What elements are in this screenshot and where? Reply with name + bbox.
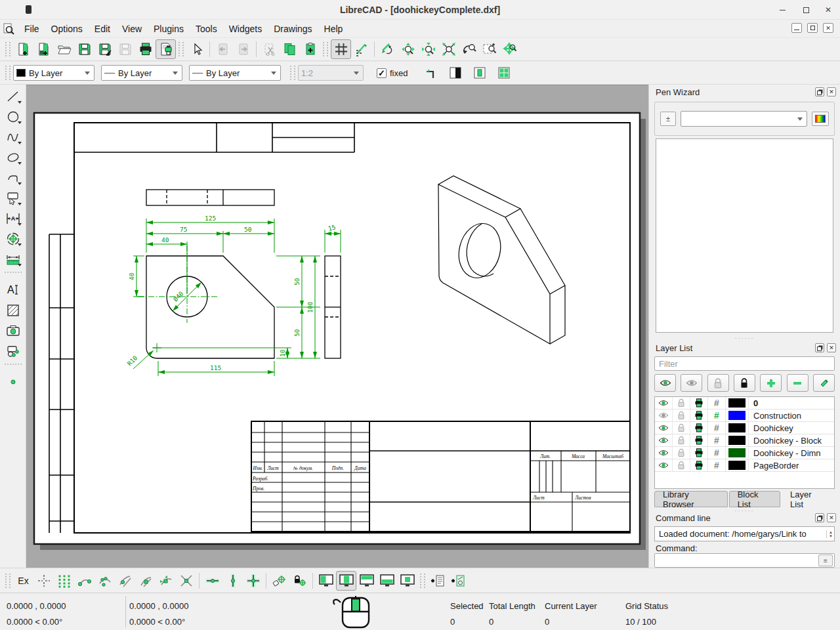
edit-layer-button[interactable] (813, 374, 835, 392)
show-all-layers-button[interactable] (654, 374, 676, 392)
window-close-button[interactable]: ✕ (823, 5, 833, 15)
zoom-in-button[interactable] (398, 39, 418, 59)
command-input[interactable] (655, 554, 818, 567)
layer-lock-toggle[interactable] (673, 447, 690, 459)
select-tool-button[interactable] (3, 188, 24, 208)
copy-button[interactable] (280, 39, 300, 59)
redo-button[interactable] (233, 39, 253, 59)
toolbar-drag-handle[interactable] (5, 574, 10, 588)
snap-center-button[interactable] (115, 571, 135, 591)
layer-construction-toggle[interactable]: # (708, 434, 726, 446)
cut-button[interactable] (259, 39, 280, 59)
toolbar-drag-handle[interactable] (178, 42, 184, 56)
draft-mode-button[interactable] (445, 63, 465, 83)
toolbar-drag-handle[interactable] (323, 42, 328, 56)
tab-block-list[interactable]: Block List (729, 491, 780, 507)
toolbar-drag-handle[interactable] (5, 66, 10, 80)
pen-linetype-combo[interactable]: By Layer (189, 65, 281, 81)
dock-floating-button[interactable] (397, 571, 417, 591)
zoom-window-button[interactable] (479, 39, 499, 59)
layer-name[interactable]: Doohickey - Block (749, 434, 834, 446)
menu-drawings[interactable]: Drawings (268, 22, 318, 36)
zoom-out-button[interactable] (418, 39, 438, 59)
undo-button[interactable] (213, 39, 233, 59)
layer-name[interactable]: Doohickey - Dimn (749, 447, 834, 459)
layer-print-toggle[interactable] (690, 410, 708, 421)
dimension-scale-combo[interactable]: 1:2 (298, 65, 364, 81)
layer-row[interactable]: #Construction (655, 410, 834, 422)
zoom-auto-button[interactable] (438, 39, 459, 59)
restrict-horizontal-button[interactable] (202, 571, 222, 591)
paste-button[interactable] (300, 39, 320, 59)
layer-visibility-toggle[interactable] (655, 397, 673, 409)
menu-edit[interactable]: Edit (89, 22, 116, 36)
mdi-minimize-button[interactable] (791, 23, 802, 33)
tab-layer-list[interactable]: Layer List (782, 491, 833, 507)
layer-construction-toggle[interactable]: # (708, 422, 726, 434)
toolbar-drag-handle[interactable] (5, 42, 10, 56)
toolbar-drag-handle[interactable] (290, 66, 295, 80)
menu-view[interactable]: View (116, 22, 148, 36)
measure-tool-button[interactable] (3, 249, 24, 269)
file-save-all-button[interactable] (115, 39, 135, 59)
layer-visibility-toggle[interactable] (655, 447, 673, 459)
layer-name[interactable]: 0 (749, 397, 834, 409)
dock-left-button[interactable] (316, 571, 336, 591)
remove-layer-button[interactable] (787, 374, 808, 392)
menu-file[interactable]: File (18, 22, 45, 36)
layer-visibility-toggle[interactable] (655, 459, 673, 471)
lock-relative-zero-button[interactable] (289, 571, 310, 591)
layer-lock-toggle[interactable] (673, 410, 690, 421)
menu-plugins[interactable]: Plugins (148, 22, 190, 36)
layer-lock-toggle[interactable] (673, 434, 690, 446)
select-pointer-button[interactable] (186, 39, 207, 59)
snap-intersection-button[interactable] (176, 571, 196, 591)
pen-color-combo[interactable]: By Layer (13, 65, 94, 81)
lock-all-layers-button[interactable] (734, 374, 755, 392)
layer-name[interactable]: PageBorder (749, 459, 834, 471)
menu-tools[interactable]: Tools (190, 22, 223, 36)
command-line-close-button[interactable]: ✕ (827, 513, 836, 522)
layer-row[interactable]: #Doohickey - Dimn (655, 447, 834, 459)
restrict-vertical-button[interactable] (222, 571, 243, 591)
spline-tool-button[interactable] (3, 127, 24, 147)
file-save-as-button[interactable] (94, 39, 115, 59)
unlock-all-layers-button[interactable] (707, 374, 729, 392)
layer-color-swatch[interactable] (726, 410, 749, 421)
modify-tool-button[interactable] (3, 228, 24, 249)
menu-widgets[interactable]: Widgets (223, 22, 268, 36)
print-preview-button[interactable] (156, 39, 176, 59)
layer-row[interactable]: #Doohickey (655, 422, 834, 434)
restrict-orthogonal-button[interactable] (243, 571, 263, 591)
layer-construction-toggle[interactable]: # (708, 397, 726, 409)
hide-all-layers-button[interactable] (681, 374, 702, 392)
image-tool-button[interactable] (3, 320, 24, 341)
layer-color-swatch[interactable] (726, 422, 749, 434)
command-options-button[interactable]: ≡ (818, 555, 833, 566)
pen-wizard-updown-button[interactable]: ± (660, 112, 676, 126)
snap-free-button[interactable] (33, 571, 54, 591)
snap-distance-button[interactable] (156, 571, 176, 591)
layer-row[interactable]: #PageBorder (655, 459, 834, 472)
print-button[interactable] (135, 39, 156, 59)
drawing-canvas[interactable]: Изм. Лист № докум. Подп. Дата Разраб. Пр… (26, 85, 648, 568)
layer-construction-toggle[interactable]: # (708, 459, 726, 471)
command-history[interactable]: Loaded document: /home/garys/Link to ▲▼ (654, 526, 835, 541)
pen-wizard-list[interactable] (656, 138, 833, 333)
pen-wizard-color-button[interactable] (812, 112, 829, 126)
dock-bottom-button[interactable] (377, 571, 397, 591)
restrict-ortho-button[interactable] (421, 63, 441, 83)
point-tool-button[interactable] (3, 371, 24, 392)
layer-lock-toggle[interactable] (673, 397, 690, 409)
history-scroll-buttons[interactable]: ▲▼ (826, 530, 833, 538)
grid-toggle-button[interactable] (331, 39, 351, 59)
command-line-float-button[interactable] (815, 513, 824, 522)
layer-color-swatch[interactable] (726, 434, 749, 446)
menu-options[interactable]: Options (45, 22, 89, 36)
polyline-tool-button[interactable] (3, 167, 24, 188)
layer-visibility-toggle[interactable] (655, 422, 673, 434)
snap-grid-button[interactable] (54, 571, 74, 591)
layer-print-toggle[interactable] (690, 397, 708, 409)
ellipse-tool-button[interactable] (3, 147, 24, 167)
layer-row[interactable]: #0 (655, 397, 834, 410)
